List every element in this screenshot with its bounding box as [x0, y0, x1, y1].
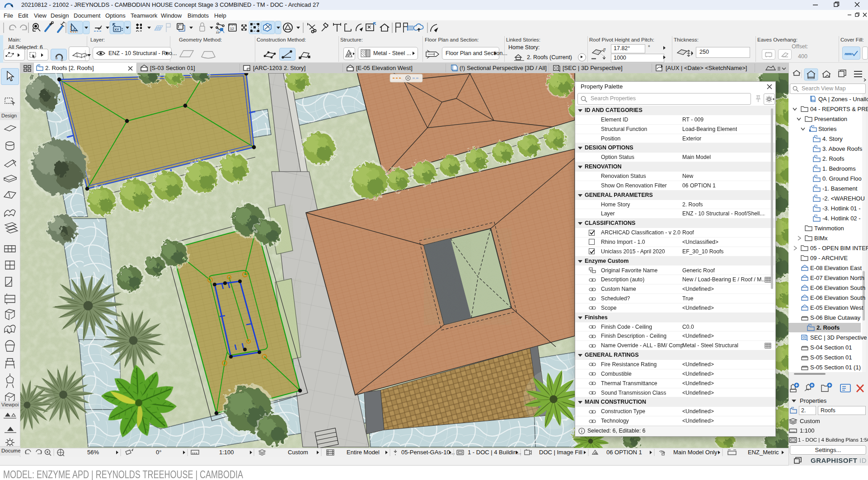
- svg-text:Main Model Only: Main Model Only: [673, 449, 718, 456]
- svg-text:Custom: Custom: [288, 449, 308, 456]
- svg-text:12: 12: [230, 27, 234, 31]
- svg-text:05-Penset-GAs-10...: 05-Penset-GAs-10...: [401, 449, 455, 456]
- svg-text:ENZ_Metric: ENZ_Metric: [748, 449, 779, 456]
- svg-text:06 OPTION 1: 06 OPTION 1: [606, 449, 642, 456]
- svg-text:DOC | Image Fill: DOC | Image Fill: [539, 449, 582, 456]
- svg-text:1:100: 1:100: [219, 449, 234, 456]
- svg-text:zz: zz: [216, 31, 220, 34]
- svg-text:1 - DOC | 4 Buildin...: 1 - DOC | 4 Buildin...: [468, 449, 521, 456]
- svg-text:56%: 56%: [87, 449, 99, 456]
- svg-text:α: α: [603, 47, 606, 51]
- svg-text:XY: XY: [114, 28, 119, 32]
- svg-text:0°: 0°: [156, 449, 161, 456]
- svg-text:Entire Model: Entire Model: [347, 449, 380, 456]
